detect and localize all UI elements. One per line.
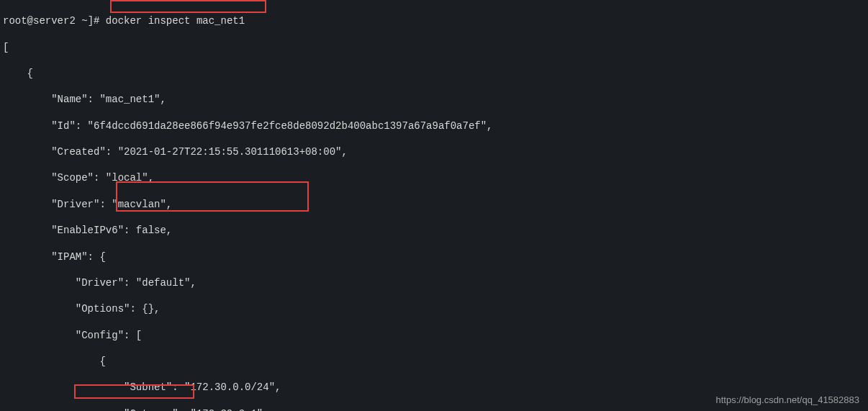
prompt-path: ~ — [81, 15, 87, 27]
json-ipam-driver: "Driver": "default", — [3, 276, 865, 289]
json-gateway: "Gateway": "172.30.0.1" — [3, 407, 865, 411]
json-array-open: [ — [3, 41, 865, 54]
prompt-line: root@server2 ~]# docker inspect mac_net1 — [3, 14, 865, 27]
json-object-open: { — [3, 67, 865, 80]
highlight-command-box — [110, 0, 266, 13]
json-created: "Created": "2021-01-27T22:15:55.30111061… — [3, 145, 865, 158]
json-name: "Name": "mac_net1", — [3, 93, 865, 106]
prompt-separator: ]# — [88, 15, 100, 27]
json-ipam-options: "Options": {}, — [3, 302, 865, 315]
json-enableipv6: "EnableIPv6": false, — [3, 224, 865, 237]
json-id: "Id": "6f4dccd691da28ee866f94e937fe2fce8… — [3, 119, 865, 132]
json-scope: "Scope": "local", — [3, 171, 865, 184]
json-ipam-open: "IPAM": { — [3, 250, 865, 263]
terminal-output[interactable]: root@server2 ~]# docker inspect mac_net1… — [0, 0, 868, 411]
watermark-text: https://blog.csdn.net/qq_41582883 — [716, 394, 860, 407]
json-ipam-config-open: "Config": [ — [3, 329, 865, 342]
json-subnet: "Subnet": "172.30.0.0/24", — [3, 381, 865, 394]
command-text: docker inspect mac_net1 — [106, 15, 245, 27]
prompt-user-host: root@server2 — [3, 15, 76, 27]
json-driver: "Driver": "macvlan", — [3, 198, 865, 211]
json-ipam-config-obj-open: { — [3, 355, 865, 368]
